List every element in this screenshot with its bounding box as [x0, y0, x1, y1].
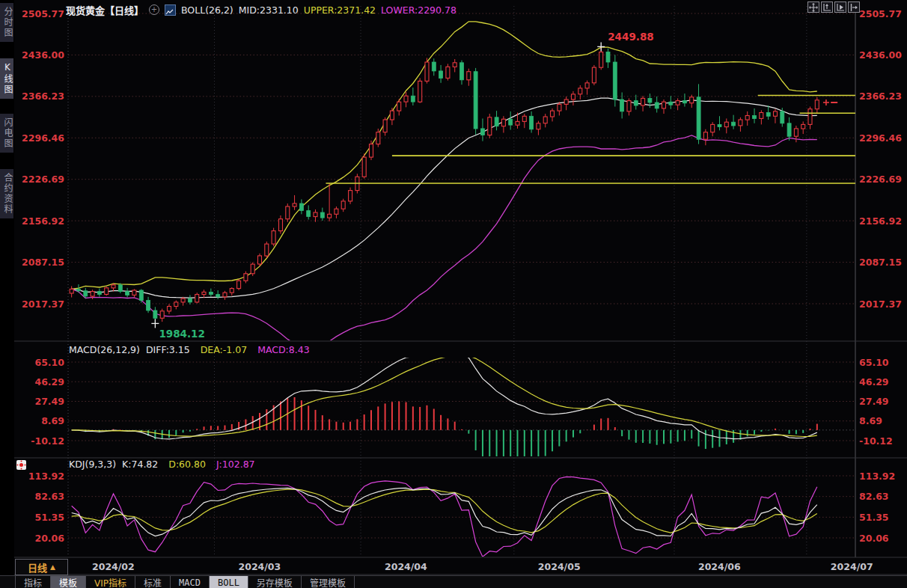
macd-name-label[interactable]: MACD(26,12,9) [69, 344, 140, 355]
toolbar-item-7[interactable]: 管理模板 [302, 576, 355, 588]
pan-right-icon[interactable] [848, 1, 860, 13]
svg-text:2226.69: 2226.69 [859, 174, 902, 185]
svg-text:2436.00: 2436.00 [22, 49, 64, 61]
svg-text:82.63: 82.63 [859, 491, 889, 502]
svg-text:2505.77: 2505.77 [859, 8, 902, 19]
symbol-title: 现货黄金【日线】 [66, 3, 144, 17]
toolbar-item-1[interactable]: 模板 [51, 576, 86, 588]
scale-up-chart-icon[interactable] [821, 1, 833, 13]
svg-text:2024/02: 2024/02 [92, 561, 135, 572]
svg-text:2296.46: 2296.46 [22, 132, 64, 144]
macd-diff-value: DIFF:3.15 [146, 344, 190, 355]
kdj-d-value: D:60.80 [168, 459, 206, 470]
svg-text:113.92: 113.92 [859, 471, 895, 482]
svg-text:-10.12: -10.12 [31, 435, 64, 447]
svg-text:2436.00: 2436.00 [859, 49, 902, 61]
toolbar-item-0[interactable]: 指标 [16, 576, 51, 588]
bottom-toolbar: 指标模板VIP指标标准MACDBOLL另存模板管理模板 [0, 575, 907, 588]
kdj-header: KDJ(9,3,3) K:74.82 D:60.80 J:102.87 [69, 459, 255, 470]
kdj-j-value: J:102.87 [216, 459, 255, 470]
svg-text:20.06: 20.06 [859, 533, 889, 544]
svg-text:46.29: 46.29 [34, 376, 64, 388]
svg-text:82.63: 82.63 [34, 491, 64, 502]
svg-text:2366.23: 2366.23 [22, 91, 64, 102]
svg-text:2024/07: 2024/07 [831, 561, 873, 572]
svg-text:27.49: 27.49 [34, 396, 64, 407]
svg-text:2087.15: 2087.15 [22, 257, 64, 268]
svg-text:2024/05: 2024/05 [538, 561, 581, 572]
svg-text:2017.37: 2017.37 [22, 298, 64, 310]
svg-text:-10.12: -10.12 [859, 435, 893, 447]
svg-text:65.10: 65.10 [859, 357, 889, 368]
svg-text:2366.23: 2366.23 [859, 91, 902, 102]
toolbar-item-5[interactable]: BOLL [210, 576, 248, 588]
boll-name-label[interactable]: BOLL(26,2) [181, 4, 233, 16]
svg-text:51.35: 51.35 [859, 512, 889, 523]
window-tools [807, 1, 860, 13]
left-sidebar: 分时图K线图闪电图合约资料 [0, 0, 14, 588]
move-tool-icon[interactable] [807, 1, 819, 13]
svg-text:2024/04: 2024/04 [385, 561, 427, 572]
toolbar-spacer [0, 576, 16, 588]
svg-text:65.10: 65.10 [34, 357, 64, 368]
macd-dea-value: DEA:-1.07 [201, 344, 247, 355]
sidebar-tab-0[interactable]: 分时图 [0, 3, 13, 42]
svg-text:51.35: 51.35 [34, 512, 64, 523]
toolbar-item-2[interactable]: VIP指标 [86, 576, 135, 588]
indicator-chart-icon [165, 4, 176, 16]
kdj-k-value: K:74.82 [122, 459, 158, 470]
svg-text:8.69: 8.69 [859, 415, 882, 426]
kdj-name-label[interactable]: KDJ(9,3,3) [69, 459, 116, 470]
sidebar-tab-1[interactable]: K线图 [0, 58, 13, 99]
svg-text:2226.69: 2226.69 [22, 174, 64, 185]
chart-application: { "header": { "title": "现货黄金【日线】", "indi… [0, 0, 907, 588]
svg-text:46.29: 46.29 [859, 376, 889, 388]
svg-text:2156.92: 2156.92 [859, 215, 902, 227]
svg-text:2024/06: 2024/06 [698, 561, 741, 572]
sidebar-tab-3[interactable]: 合约资料 [0, 169, 13, 218]
toolbar-item-6[interactable]: 另存模板 [248, 576, 302, 588]
boll-mid-value: MID:2331.10 [239, 4, 299, 16]
kdj-marker-icon [16, 460, 26, 470]
boll-upper-value: UPPER:2371.42 [304, 4, 376, 16]
svg-text:2017.37: 2017.37 [859, 298, 902, 310]
svg-text:2449.88: 2449.88 [608, 31, 654, 43]
toolbar-item-3[interactable]: 标准 [135, 576, 171, 588]
svg-text:113.92: 113.92 [28, 471, 64, 482]
svg-text:2087.15: 2087.15 [859, 257, 902, 268]
period-label: 日线 [28, 560, 47, 575]
expand-plus-icon[interactable]: + [149, 4, 159, 15]
chart-header: 现货黄金【日线】 + BOLL(26,2) MID:2331.10 UPPER:… [66, 3, 456, 16]
chart-canvas[interactable]: 2505.772505.772436.002436.002366.232366.… [0, 0, 907, 588]
play-chart-icon[interactable] [834, 1, 846, 13]
sidebar-tab-2[interactable]: 闪电图 [0, 114, 13, 153]
svg-text:20.06: 20.06 [34, 533, 64, 544]
toolbar-item-4[interactable]: MACD [171, 576, 210, 588]
macd-header: MACD(26,12,9) DIFF:3.15 DEA:-1.07 MACD:8… [69, 344, 310, 355]
period-selector[interactable]: 日线 ▲ [15, 559, 68, 575]
svg-text:2156.92: 2156.92 [22, 215, 64, 227]
svg-text:2024/03: 2024/03 [239, 561, 281, 572]
svg-text:1984.12: 1984.12 [159, 328, 205, 340]
svg-text:2296.46: 2296.46 [859, 132, 902, 144]
svg-text:2505.77: 2505.77 [22, 8, 64, 19]
macd-macd-value: MACD:8.43 [257, 344, 310, 355]
svg-text:27.49: 27.49 [859, 396, 889, 407]
svg-text:8.69: 8.69 [41, 415, 64, 426]
period-arrow-icon: ▲ [50, 563, 55, 571]
boll-lower-value: LOWER:2290.78 [381, 4, 456, 16]
